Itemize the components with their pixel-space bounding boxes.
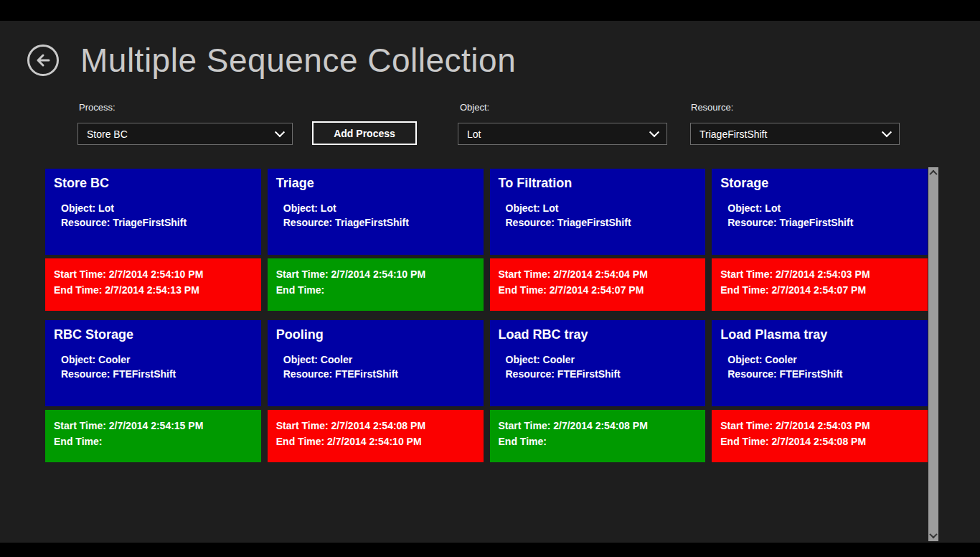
card-object: Object: Cooler (727, 354, 919, 365)
object-select-value: Lot (467, 128, 645, 140)
card-resource: Resource: TriageFirstShift (61, 217, 253, 228)
card-end-time: End Time: (54, 434, 253, 449)
process-label: Process: (79, 102, 116, 113)
process-card[interactable]: Triage Object: Lot Resource: TriageFirst… (268, 169, 484, 311)
card-resource: Resource: FTEFirstShift (61, 368, 253, 380)
card-resource: Resource: FTEFirstShift (283, 368, 475, 380)
card-end-time: End Time: (276, 282, 475, 298)
card-main: Store BC Object: Lot Resource: TriageFir… (45, 169, 261, 255)
process-card-grid: Store BC Object: Lot Resource: TriageFir… (45, 169, 928, 462)
card-start-time: Start Time: 2/7/2014 2:54:03 PM (720, 266, 919, 282)
card-status: Start Time: 2/7/2014 2:54:15 PM End Time… (45, 410, 261, 462)
header: Multiple Sequence Collection (27, 41, 516, 80)
resource-select[interactable]: TriageFirstShift (690, 123, 900, 145)
card-start-time: Start Time: 2/7/2014 2:54:08 PM (276, 418, 475, 434)
card-end-time: End Time: 2/7/2014 2:54:07 PM (720, 282, 919, 298)
object-select[interactable]: Lot (458, 123, 667, 145)
process-card[interactable]: Store BC Object: Lot Resource: TriageFir… (45, 169, 261, 311)
card-object: Object: Cooler (283, 354, 475, 365)
scrollbar[interactable] (928, 167, 938, 541)
process-card[interactable]: Load RBC tray Object: Cooler Resource: F… (490, 320, 706, 462)
card-object: Object: Lot (506, 202, 697, 214)
card-title: Load Plasma tray (720, 327, 919, 342)
object-label: Object: (460, 102, 489, 113)
resource-label: Resource: (691, 102, 733, 113)
top-edge-bar (0, 0, 980, 21)
card-status: Start Time: 2/7/2014 2:54:08 PM End Time… (268, 410, 484, 462)
card-resource: Resource: FTEFirstShift (727, 368, 919, 380)
chevron-down-icon (649, 127, 659, 137)
card-resource: Resource: TriageFirstShift (283, 217, 475, 228)
card-status: Start Time: 2/7/2014 2:54:03 PM End Time… (712, 258, 928, 311)
card-object: Object: Cooler (61, 354, 253, 365)
card-end-time: End Time: 2/7/2014 2:54:07 PM (499, 282, 697, 298)
scroll-up-icon[interactable] (929, 170, 937, 178)
card-main: Triage Object: Lot Resource: TriageFirst… (268, 169, 484, 255)
card-title: RBC Storage (54, 327, 253, 342)
card-main: To Filtration Object: Lot Resource: Tria… (490, 169, 706, 255)
card-title: Pooling (276, 327, 475, 342)
card-resource: Resource: TriageFirstShift (506, 217, 697, 228)
card-title: Store BC (54, 176, 253, 191)
card-status: Start Time: 2/7/2014 2:54:04 PM End Time… (490, 258, 706, 311)
card-start-time: Start Time: 2/7/2014 2:54:04 PM (499, 266, 697, 282)
card-start-time: Start Time: 2/7/2014 2:54:15 PM (54, 418, 253, 434)
card-resource: Resource: TriageFirstShift (727, 217, 919, 228)
page-title: Multiple Sequence Collection (80, 41, 516, 80)
card-main: Load RBC tray Object: Cooler Resource: F… (490, 320, 706, 406)
card-status: Start Time: 2/7/2014 2:54:10 PM End Time… (45, 258, 261, 311)
card-start-time: Start Time: 2/7/2014 2:54:08 PM (499, 418, 697, 434)
card-title: To Filtration (499, 176, 697, 191)
card-main: Storage Object: Lot Resource: TriageFirs… (712, 169, 928, 255)
process-card[interactable]: RBC Storage Object: Cooler Resource: FTE… (45, 320, 261, 462)
card-object: Object: Lot (727, 202, 919, 214)
bottom-edge-bar (0, 543, 980, 557)
process-card[interactable]: Load Plasma tray Object: Cooler Resource… (712, 320, 928, 462)
card-title: Storage (720, 176, 919, 191)
card-status: Start Time: 2/7/2014 2:54:10 PM End Time… (268, 258, 484, 311)
card-main: Pooling Object: Cooler Resource: FTEFirs… (268, 320, 484, 406)
chevron-down-icon (882, 127, 892, 137)
process-card[interactable]: Storage Object: Lot Resource: TriageFirs… (712, 169, 928, 311)
back-arrow-icon (34, 51, 52, 70)
card-status: Start Time: 2/7/2014 2:54:08 PM End Time… (490, 410, 706, 462)
scroll-down-icon[interactable] (929, 530, 937, 538)
card-main: RBC Storage Object: Cooler Resource: FTE… (45, 320, 261, 406)
card-end-time: End Time: 2/7/2014 2:54:08 PM (720, 434, 919, 449)
card-start-time: Start Time: 2/7/2014 2:54:03 PM (720, 418, 919, 434)
card-title: Load RBC tray (499, 327, 697, 342)
resource-select-value: TriageFirstShift (699, 128, 877, 140)
process-card[interactable]: Pooling Object: Cooler Resource: FTEFirs… (268, 320, 484, 462)
card-object: Object: Cooler (506, 354, 697, 365)
add-process-button[interactable]: Add Process (312, 121, 417, 145)
process-select[interactable]: Store BC (77, 123, 293, 145)
card-end-time: End Time: (499, 434, 697, 449)
card-status: Start Time: 2/7/2014 2:54:03 PM End Time… (712, 410, 928, 462)
back-button[interactable] (27, 45, 59, 76)
card-title: Triage (276, 176, 475, 191)
process-card[interactable]: To Filtration Object: Lot Resource: Tria… (490, 169, 706, 311)
card-end-time: End Time: 2/7/2014 2:54:10 PM (276, 434, 475, 449)
card-main: Load Plasma tray Object: Cooler Resource… (712, 320, 928, 406)
card-end-time: End Time: 2/7/2014 2:54:13 PM (54, 282, 253, 298)
card-object: Object: Lot (283, 202, 475, 214)
card-resource: Resource: FTEFirstShift (506, 368, 697, 380)
card-start-time: Start Time: 2/7/2014 2:54:10 PM (54, 266, 253, 282)
card-object: Object: Lot (61, 202, 253, 214)
chevron-down-icon (275, 127, 285, 137)
card-start-time: Start Time: 2/7/2014 2:54:10 PM (276, 266, 475, 282)
process-select-value: Store BC (87, 128, 270, 140)
